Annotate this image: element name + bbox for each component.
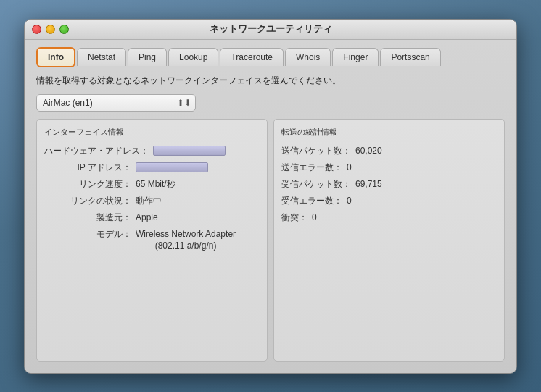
tab-info[interactable]: Info	[36, 47, 75, 67]
link-status-value: 動作中	[136, 195, 162, 207]
recv-errors-value: 0	[347, 196, 352, 206]
sent-packets-label: 送信パケット数：	[281, 145, 351, 157]
collisions-label: 衝突：	[281, 212, 307, 224]
send-errors-label: 送信エラー数：	[281, 162, 342, 174]
collisions-value: 0	[312, 212, 317, 222]
link-speed-label: リンク速度：	[44, 178, 131, 191]
link-speed-row: リンク速度： 65 Mbit/秒	[44, 178, 260, 191]
titlebar: ネットワークユーティリティ	[25, 20, 516, 40]
tab-bar: Info Netstat Ping Lookup Traceroute Whoi…	[36, 47, 505, 67]
link-status-row: リンクの状況： 動作中	[44, 195, 260, 207]
tab-whois[interactable]: Whois	[285, 48, 331, 66]
recv-packets-value: 69,715	[355, 179, 382, 189]
transfer-stats-panel: 転送の統計情報 送信パケット数： 60,020 送信エラー数： 0 受信パケット…	[273, 119, 505, 362]
description-text: 情報を取得する対象となるネットワークインターフェイスを選んでください。	[36, 75, 505, 87]
model-value: Wireless Network Adapter(802.11 a/b/g/n)	[136, 228, 236, 253]
manufacturer-label: 製造元：	[44, 212, 131, 224]
window-title: ネットワークユーティリティ	[210, 22, 332, 36]
close-button[interactable]	[32, 25, 41, 34]
content-area: Info Netstat Ping Lookup Traceroute Whoi…	[25, 40, 516, 373]
hardware-address-row: ハードウェア・アドレス：	[44, 145, 260, 157]
main-window: ネットワークユーティリティ Info Netstat Ping Lookup T…	[24, 19, 517, 374]
manufacturer-row: 製造元： Apple	[44, 212, 260, 224]
recv-packets-label: 受信パケット数：	[281, 178, 351, 191]
link-status-label: リンクの状況：	[44, 195, 131, 207]
sent-packets-row: 送信パケット数： 60,020	[281, 145, 497, 157]
sent-packets-value: 60,020	[355, 146, 382, 156]
dropdown-wrapper: AirMac (en1) Ethernet (en0) Loopback (lo…	[36, 94, 196, 112]
tab-lookup[interactable]: Lookup	[168, 48, 218, 66]
tab-finger[interactable]: Finger	[332, 48, 379, 66]
hardware-address-value	[153, 146, 226, 156]
tab-portsscan[interactable]: Portsscan	[380, 48, 440, 66]
ip-address-value	[136, 162, 208, 172]
right-panel-title: 転送の統計情報	[281, 127, 497, 138]
send-errors-row: 送信エラー数： 0	[281, 162, 497, 174]
left-panel-title: インターフェイス情報	[44, 127, 260, 138]
recv-errors-row: 受信エラー数： 0	[281, 195, 497, 207]
link-speed-value: 65 Mbit/秒	[136, 178, 175, 191]
interface-selector-container: AirMac (en1) Ethernet (en0) Loopback (lo…	[36, 94, 505, 112]
model-label: モデル：	[44, 228, 131, 241]
send-errors-value: 0	[347, 162, 352, 172]
maximize-button[interactable]	[59, 25, 69, 34]
collisions-row: 衝突： 0	[281, 212, 497, 224]
model-row: モデル： Wireless Network Adapter(802.11 a/b…	[44, 228, 260, 253]
ip-address-row: IP アドレス：	[44, 162, 260, 174]
tab-netstat[interactable]: Netstat	[77, 48, 126, 66]
tab-traceroute[interactable]: Traceroute	[220, 48, 284, 66]
traffic-lights	[32, 25, 69, 34]
hardware-address-label: ハードウェア・アドレス：	[44, 145, 149, 157]
recv-packets-row: 受信パケット数： 69,715	[281, 178, 497, 191]
minimize-button[interactable]	[46, 25, 55, 34]
info-panels: インターフェイス情報 ハードウェア・アドレス： IP アドレス： リンク速度： …	[36, 119, 505, 362]
interface-dropdown[interactable]: AirMac (en1) Ethernet (en0) Loopback (lo…	[36, 94, 196, 112]
ip-address-label: IP アドレス：	[44, 162, 131, 174]
interface-info-panel: インターフェイス情報 ハードウェア・アドレス： IP アドレス： リンク速度： …	[36, 119, 268, 362]
tab-ping[interactable]: Ping	[128, 48, 167, 66]
recv-errors-label: 受信エラー数：	[281, 195, 342, 207]
manufacturer-value: Apple	[136, 212, 158, 222]
